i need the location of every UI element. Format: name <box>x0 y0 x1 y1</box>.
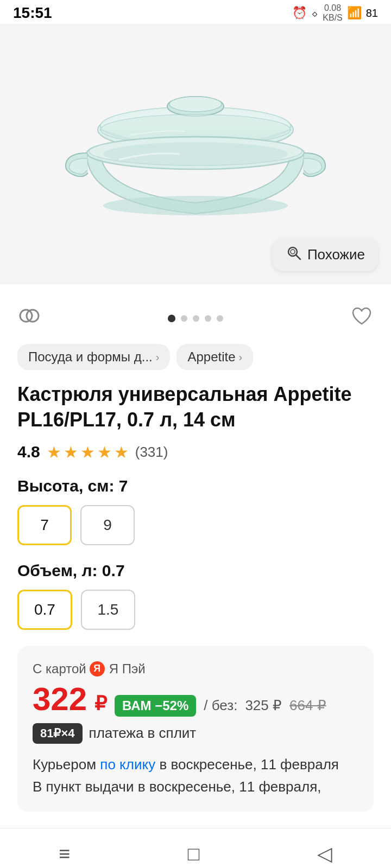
price-row: 322 ₽ ВАМ −52% / без: 325 ₽ 664 ₽ <box>33 683 358 717</box>
bluetooth-icon: ⬦ <box>311 6 318 20</box>
delivery-courier-label: Курьером <box>33 756 96 773</box>
network-speed: 0.08 KB/S <box>323 3 342 22</box>
menu-icon[interactable]: ≡ <box>43 838 85 868</box>
compare-icon[interactable] <box>17 304 41 333</box>
split-row: 81₽×4 платежа в сплит <box>33 723 358 744</box>
price-without-value: 325 ₽ <box>245 697 282 714</box>
product-image <box>43 46 348 263</box>
signal-icon: 📶 <box>347 6 362 20</box>
image-dots <box>168 315 223 322</box>
price-main: 322 <box>33 683 87 716</box>
yandex-pay-label: С картой Я Я Пэй <box>33 661 358 676</box>
battery-level: 81 <box>366 7 378 20</box>
chevron-right-icon-2: › <box>239 351 243 363</box>
dot-5 <box>217 315 223 322</box>
stars: ★ ★ ★ ★ ★ <box>47 443 129 462</box>
price-card: С картой Я Я Пэй 322 ₽ ВАМ −52% / без: 3… <box>17 646 374 812</box>
breadcrumb-category[interactable]: Посуда и формы д... › <box>17 344 170 370</box>
yandex-pay-text: С картой <box>33 661 86 676</box>
discount-badge: ВАМ −52% <box>115 695 196 717</box>
dot-2 <box>181 315 187 322</box>
height-variants: 7 9 <box>17 505 374 545</box>
height-variant-7[interactable]: 7 <box>17 505 72 545</box>
similar-button[interactable]: Похожие <box>273 238 378 271</box>
star-4: ★ <box>97 443 112 462</box>
height-spec-label: Высота, см: 7 <box>17 477 374 495</box>
star-1: ★ <box>47 443 61 462</box>
svg-point-8 <box>103 196 288 215</box>
dot-4 <box>205 315 211 322</box>
status-bar: 15:51 ⏰ ⬦ 0.08 KB/S 📶 81 <box>0 0 391 24</box>
volume-spec-label: Объем, л: 0.7 <box>17 561 374 580</box>
breadcrumb-category-label: Посуда и формы д... <box>28 349 153 365</box>
product-title: Кастрюля универсальная Appetite PL16/PL1… <box>17 382 374 433</box>
delivery-link[interactable]: по клику <box>100 756 155 773</box>
split-badge: 81₽×4 <box>33 723 83 744</box>
actions-row <box>17 295 374 344</box>
rating-row: 4.8 ★ ★ ★ ★ ★ (331) <box>17 443 374 462</box>
yandex-logo: Я <box>90 661 105 676</box>
delivery-courier-date: в воскресенье, 11 февраля <box>159 756 339 773</box>
breadcrumb-brand-label: Appetite <box>187 349 235 365</box>
status-icons: ⏰ ⬦ 0.08 KB/S 📶 81 <box>292 3 378 22</box>
similar-button-label: Похожие <box>307 246 365 263</box>
star-5: ★ <box>114 443 129 462</box>
content-area: Посуда и формы д... › Appetite › Кастрюл… <box>0 284 391 812</box>
wishlist-button[interactable] <box>350 304 374 333</box>
product-image-container: Похожие <box>0 24 391 284</box>
yandex-pay-name: Я Пэй <box>109 661 146 676</box>
svg-line-10 <box>296 255 300 259</box>
volume-variant-07[interactable]: 0.7 <box>17 590 72 630</box>
home-icon[interactable]: □ <box>173 838 215 868</box>
reviews-count[interactable]: (331) <box>135 444 168 461</box>
delivery-pickup: В пункт выдачи в воскресенье, 11 февраля… <box>33 778 321 795</box>
dot-1 <box>168 315 175 322</box>
price-original: 664 ₽ <box>289 697 326 714</box>
bottom-nav: ≡ □ ◁ <box>0 828 391 868</box>
status-time: 15:51 <box>13 4 52 22</box>
camera-search-icon <box>286 245 302 265</box>
price-without-label: / без: <box>204 697 237 714</box>
breadcrumbs: Посуда и формы д... › Appetite › <box>17 344 374 370</box>
split-text: платежа в сплит <box>89 725 197 742</box>
star-3: ★ <box>80 443 95 462</box>
delivery-info: Курьером по клику в воскресенье, 11 февр… <box>33 754 358 799</box>
svg-point-3 <box>169 97 222 112</box>
back-icon[interactable]: ◁ <box>302 838 348 868</box>
alarm-icon: ⏰ <box>292 6 307 20</box>
star-2: ★ <box>64 443 78 462</box>
svg-point-11 <box>291 250 295 254</box>
dot-3 <box>193 315 199 322</box>
svg-point-7 <box>103 142 288 166</box>
height-variant-9[interactable]: 9 <box>80 505 135 545</box>
price-currency: ₽ <box>94 692 107 715</box>
chevron-right-icon: › <box>156 351 160 363</box>
rating-value: 4.8 <box>17 443 40 461</box>
volume-variant-15[interactable]: 1.5 <box>81 590 135 630</box>
volume-variants: 0.7 1.5 <box>17 590 374 630</box>
breadcrumb-brand[interactable]: Appetite › <box>176 344 253 370</box>
